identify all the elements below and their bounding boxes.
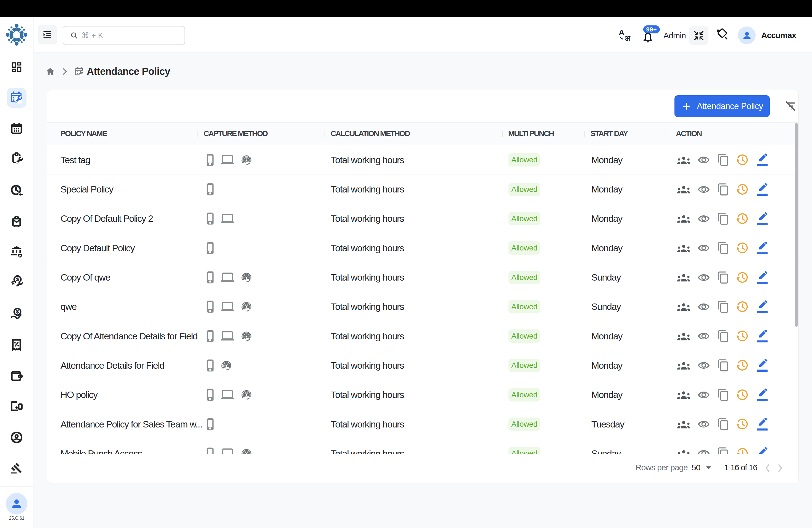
svg-text:$: $ [16, 309, 19, 314]
svg-text:अ: अ [624, 34, 630, 42]
svg-text:A: A [619, 28, 624, 37]
